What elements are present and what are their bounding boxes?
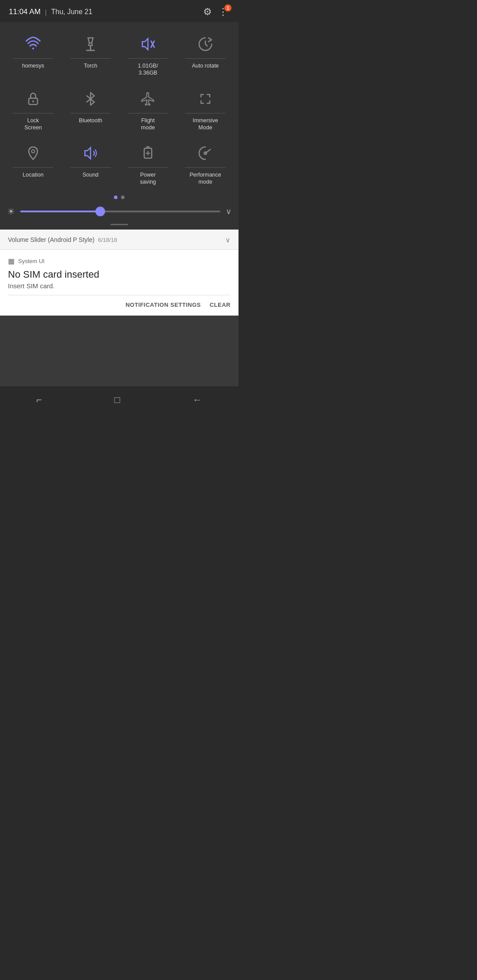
qs-wifi-label: homesys bbox=[22, 62, 44, 69]
immersive-icon bbox=[194, 87, 217, 110]
qs-location-label: Location bbox=[23, 171, 43, 178]
status-left: 11:04 AM | Thu, June 21 bbox=[9, 8, 92, 16]
qs-tile-lock-screen[interactable]: LockScreen bbox=[4, 81, 62, 136]
qs-tile-flight-mode[interactable]: Flightmode bbox=[119, 81, 177, 136]
lock-icon bbox=[22, 87, 45, 110]
badge-count: 1 bbox=[224, 4, 231, 11]
drag-handle-line bbox=[110, 224, 128, 225]
sim-body: Insert SIM card. bbox=[8, 282, 231, 290]
drag-handle bbox=[0, 221, 238, 230]
notification-badge[interactable]: ⋮ 1 bbox=[218, 6, 230, 18]
qs-performance-label: Performancemode bbox=[189, 171, 221, 186]
qs-tile-sound-off[interactable]: 1.01GB/3.36GB bbox=[119, 26, 177, 81]
qs-tile-power-saving[interactable]: Powersaving bbox=[119, 136, 177, 190]
sim-title: No SIM card inserted bbox=[8, 269, 231, 280]
svg-point-0 bbox=[32, 48, 34, 49]
qs-lock-label: LockScreen bbox=[24, 117, 42, 132]
brightness-icon: ☀ bbox=[7, 206, 15, 217]
svg-point-6 bbox=[32, 100, 34, 102]
qs-memory-label: 1.01GB/3.36GB bbox=[138, 62, 158, 77]
status-date: Thu, June 21 bbox=[51, 8, 92, 16]
navigation-bar: ⌐ □ ← bbox=[0, 386, 238, 412]
qs-row-1: homesys Torch bbox=[0, 26, 238, 190]
qs-tile-location[interactable]: Location bbox=[4, 136, 62, 190]
qs-tile-sound[interactable]: Sound bbox=[62, 136, 119, 190]
clear-button[interactable]: CLEAR bbox=[210, 302, 231, 308]
dot-2 bbox=[121, 196, 125, 199]
notification-settings-button[interactable]: NOTIFICATION SETTINGS bbox=[125, 302, 201, 308]
bottom-area bbox=[0, 316, 238, 386]
qs-bluetooth-label: Bluetooth bbox=[79, 117, 102, 124]
qs-flight-label: Flightmode bbox=[141, 117, 155, 132]
brightness-slider[interactable] bbox=[20, 211, 220, 212]
volume-slider-notification[interactable]: Volume Slider (Android P Style) 6/18/18 … bbox=[0, 230, 238, 250]
svg-point-7 bbox=[31, 150, 34, 153]
recent-apps-button[interactable]: ⌐ bbox=[36, 394, 42, 406]
qs-tile-torch[interactable]: Torch bbox=[62, 26, 119, 81]
notification-area: Volume Slider (Android P Style) 6/18/18 … bbox=[0, 230, 238, 316]
brightness-fill bbox=[20, 211, 100, 212]
power-saving-icon bbox=[136, 142, 159, 165]
page-indicator bbox=[0, 190, 238, 203]
volume-slider-date: 6/18/18 bbox=[96, 237, 117, 243]
status-time: 11:04 AM bbox=[9, 8, 41, 16]
quick-settings-panel: homesys Torch bbox=[0, 22, 238, 230]
qs-tile-bluetooth[interactable]: Bluetooth bbox=[62, 81, 119, 136]
volume-slider-expand-icon[interactable]: ∨ bbox=[225, 236, 231, 244]
settings-icon[interactable]: ⚙ bbox=[203, 6, 212, 18]
qs-sound-label: Sound bbox=[83, 171, 98, 178]
brightness-row[interactable]: ☀ ∨ bbox=[0, 203, 238, 221]
status-bar: 11:04 AM | Thu, June 21 ⚙ ⋮ 1 bbox=[0, 0, 238, 22]
flight-icon bbox=[136, 87, 159, 110]
qs-tile-auto-rotate[interactable]: Auto rotate bbox=[177, 26, 234, 81]
sim-notification: ▦ System UI No SIM card inserted Insert … bbox=[0, 250, 238, 316]
dot-1 bbox=[114, 196, 117, 199]
brightness-expand-icon[interactable]: ∨ bbox=[226, 207, 231, 216]
sim-notif-header: ▦ System UI bbox=[8, 257, 231, 265]
status-divider: | bbox=[45, 8, 47, 16]
qs-tile-wifi[interactable]: homesys bbox=[4, 26, 62, 81]
back-button[interactable]: ← bbox=[193, 394, 202, 406]
volume-slider-info: Volume Slider (Android P Style) 6/18/18 bbox=[8, 236, 117, 244]
qs-immersive-label: ImmersiveMode bbox=[193, 117, 218, 132]
qs-tile-immersive[interactable]: ImmersiveMode bbox=[177, 81, 234, 136]
qs-power-saving-label: Powersaving bbox=[140, 171, 156, 186]
qs-tile-performance[interactable]: Performancemode bbox=[177, 136, 234, 190]
auto-rotate-icon bbox=[194, 33, 217, 56]
volume-slider-title: Volume Slider (Android P Style) bbox=[8, 236, 95, 243]
sim-source: System UI bbox=[18, 258, 45, 264]
sound-icon bbox=[79, 142, 102, 165]
bluetooth-icon bbox=[79, 87, 102, 110]
sim-card-icon: ▦ bbox=[8, 257, 15, 265]
qs-torch-label: Torch bbox=[84, 62, 98, 69]
torch-icon bbox=[79, 33, 102, 56]
home-button[interactable]: □ bbox=[114, 394, 120, 406]
qs-auto-rotate-label: Auto rotate bbox=[192, 62, 219, 69]
location-icon bbox=[22, 142, 45, 165]
status-right: ⚙ ⋮ 1 bbox=[203, 6, 230, 18]
brightness-thumb bbox=[95, 207, 105, 216]
sound-off-icon bbox=[136, 33, 159, 56]
sim-actions: NOTIFICATION SETTINGS CLEAR bbox=[8, 295, 231, 311]
wifi-icon bbox=[22, 33, 45, 56]
performance-icon bbox=[194, 142, 217, 165]
